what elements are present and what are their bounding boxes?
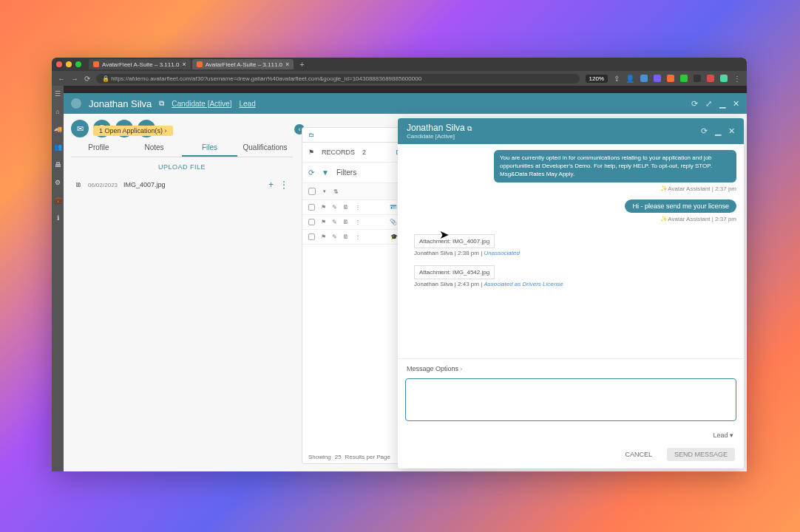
sort-icon[interactable]: ⇅	[333, 188, 339, 195]
edit-icon[interactable]: ✎	[332, 219, 337, 225]
app-viewport: ☰ ⌂ 🚚 👥 🖶 ⚙ 💼 ℹ Jonathan Silva ⧉ Candida…	[52, 86, 747, 471]
cell-type-icon: 📎	[390, 219, 397, 225]
tab-files[interactable]: Files	[182, 140, 237, 157]
minimize-window-icon[interactable]	[66, 61, 72, 67]
message-input[interactable]	[405, 378, 736, 421]
refresh-icon[interactable]: ⟳	[308, 168, 314, 177]
lead-dropdown[interactable]: Lead ▾	[398, 430, 744, 443]
minimize-icon[interactable]: ▁	[719, 99, 725, 109]
attachment-chip[interactable]: Attachment: IMG_4542.jpg	[414, 265, 495, 279]
browser-tabstrip: AvatarFleet A-Suite – 3.111.0 × AvatarFl…	[52, 58, 747, 71]
profile-icon[interactable]: 👤	[626, 75, 634, 83]
tab-qualifications[interactable]: Qualifications	[237, 140, 293, 157]
briefcase-icon[interactable]: 💼	[54, 197, 61, 204]
add-icon[interactable]: +	[268, 180, 274, 190]
close-window-icon[interactable]	[56, 61, 62, 67]
pager-count[interactable]: 25	[335, 454, 342, 460]
info-icon[interactable]: ℹ	[54, 214, 61, 222]
row-checkbox[interactable]	[308, 204, 315, 211]
associate-link[interactable]: Unassociated	[484, 250, 519, 256]
minimize-icon[interactable]: ▁	[715, 126, 721, 136]
tab-profile[interactable]: Profile	[71, 140, 126, 157]
forward-icon[interactable]: →	[71, 75, 78, 83]
maximize-window-icon[interactable]	[75, 61, 81, 67]
more-icon[interactable]: ⋮	[355, 233, 361, 240]
zoom-badge[interactable]: 120%	[586, 75, 608, 83]
browser-tab-2[interactable]: AvatarFleet A-Suite – 3.111.0 ×	[192, 59, 294, 69]
row-checkbox[interactable]	[308, 219, 315, 225]
extension-icon[interactable]	[654, 75, 661, 82]
refresh-icon[interactable]: ⟳	[691, 99, 698, 109]
browser-tab-1[interactable]: AvatarFleet A-Suite – 3.111.0 ×	[89, 59, 191, 69]
extension-icon[interactable]	[694, 75, 701, 82]
note-icon[interactable]: 🗎	[343, 204, 349, 211]
close-icon[interactable]: ✕	[728, 126, 735, 136]
close-tab-icon[interactable]: ×	[182, 61, 186, 68]
cancel-button[interactable]: CANCEL	[617, 448, 660, 461]
reload-icon[interactable]: ⟳	[84, 75, 90, 83]
menu-icon[interactable]: ⋮	[733, 75, 741, 83]
close-icon[interactable]: ✕	[733, 99, 739, 109]
extension-icon[interactable]	[640, 75, 648, 82]
extension-icon[interactable]	[720, 75, 728, 82]
extension-icon[interactable]	[667, 75, 674, 82]
flag-icon[interactable]: ⚑	[321, 219, 326, 225]
refresh-icon[interactable]: ⟳	[701, 126, 708, 136]
message-options-toggle[interactable]: Message Options ›	[398, 358, 744, 378]
flag-icon[interactable]: ⚑	[321, 204, 326, 211]
favicon-icon	[197, 61, 203, 67]
tab-notes[interactable]: Notes	[126, 140, 182, 157]
more-icon[interactable]: ⋮	[279, 180, 288, 190]
extension-icon[interactable]	[707, 75, 714, 82]
message-meta: ✨Avatar Assistant | 2:37 pm	[405, 216, 736, 222]
note-icon[interactable]: 🗎	[343, 219, 349, 225]
truck-icon[interactable]: 🚚	[54, 126, 61, 133]
folder-tab[interactable]: 🗀	[302, 128, 320, 142]
users-icon[interactable]: 👥	[54, 143, 61, 151]
print-icon[interactable]: 🖶	[54, 161, 61, 168]
chevron-down-icon: ▾	[730, 432, 733, 439]
cell-type-icon: 🎓	[390, 233, 398, 240]
home-icon[interactable]: ⌂	[54, 108, 61, 115]
menu-icon[interactable]: ☰	[54, 90, 61, 98]
select-all-checkbox[interactable]	[308, 188, 316, 195]
gear-icon[interactable]: ⚙	[54, 179, 61, 186]
row-checkbox[interactable]	[308, 233, 315, 240]
back-icon[interactable]: ←	[58, 75, 65, 83]
attachment-chip[interactable]: Attachment: IMG_4007.jpg	[414, 234, 495, 248]
message-meta: ✨Avatar Assistant | 2:37 pm	[405, 185, 736, 192]
external-link-icon[interactable]: ⧉	[467, 125, 472, 132]
file-name: IMG_4007.jpg	[123, 181, 166, 188]
more-icon[interactable]: ⋮	[355, 219, 361, 225]
share-icon[interactable]: ⇪	[614, 75, 620, 83]
filters-label[interactable]: Filters	[336, 168, 356, 177]
status-link[interactable]: Candidate [Active]	[172, 100, 231, 108]
pager-label: Results per Page	[345, 454, 390, 460]
pager: Showing 25 Results per Page	[308, 454, 390, 460]
filter-icon[interactable]: ▼	[322, 168, 329, 177]
associate-link[interactable]: Associated as Drivers License	[484, 281, 563, 287]
upload-file-button[interactable]: UPLOAD FILE	[71, 157, 293, 177]
edit-icon[interactable]: ✎	[332, 204, 337, 211]
note-icon[interactable]: 🗎	[343, 233, 349, 240]
url-field[interactable]: 🔒 https://afdemo.avatarfleet.com/af30?us…	[96, 74, 580, 83]
external-link-icon[interactable]: ⧉	[159, 99, 164, 108]
file-row[interactable]: 🗎 06/02/2023 IMG_4007.jpg + ⋮	[71, 177, 293, 193]
chat-footer: CANCEL SEND MESSAGE	[398, 443, 744, 468]
chat-subtitle: Candidate [Active]	[407, 133, 472, 140]
records-label: RECORDS	[322, 149, 355, 156]
new-tab-button[interactable]: +	[295, 58, 308, 70]
caret-down-icon[interactable]: ▾	[323, 188, 326, 194]
edit-icon[interactable]: ✎	[332, 233, 337, 240]
flag-icon[interactable]: ⚑	[321, 233, 326, 240]
chat-panel: Jonathan Silva ⧉ Candidate [Active] ⟳ ▁ …	[398, 118, 744, 468]
open-apps-badge[interactable]: 1 Open Application(s) ›	[93, 126, 173, 136]
more-icon[interactable]: ⋮	[355, 204, 361, 211]
send-message-button[interactable]: SEND MESSAGE	[667, 448, 735, 461]
left-tabs: Profile Notes Files Qualifications	[71, 140, 293, 157]
lead-link[interactable]: Lead	[239, 100, 255, 108]
expand-icon[interactable]: ⤢	[705, 99, 712, 109]
close-tab-icon[interactable]: ×	[285, 61, 289, 68]
extension-icon[interactable]	[680, 75, 688, 82]
outgoing-message: Hi - please send me your license	[625, 200, 736, 213]
